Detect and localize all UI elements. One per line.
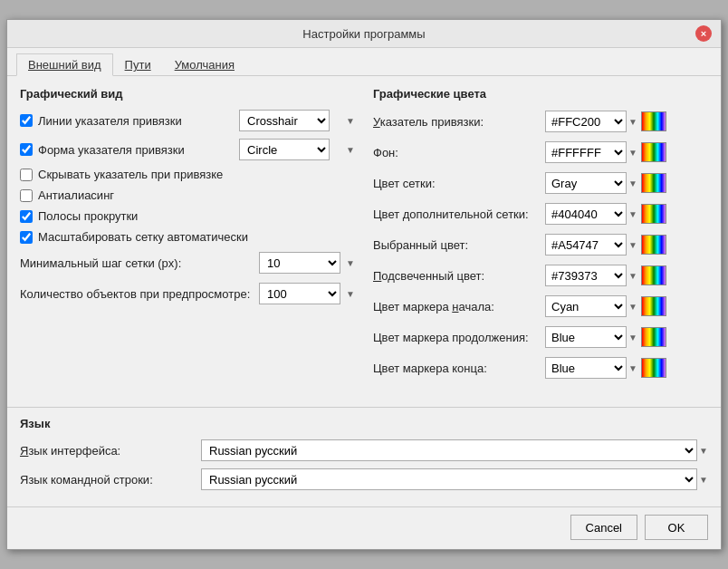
snap-shape-label: Форма указателя привязки bbox=[38, 143, 234, 157]
title-bar: Настройки программы × bbox=[7, 20, 721, 48]
start-marker-color-select[interactable]: Cyan Blue Red bbox=[545, 295, 627, 317]
start-marker-color-row: Цвет маркера начала: Cyan Blue Red ▼ bbox=[373, 294, 708, 318]
ok-button[interactable]: OK bbox=[645, 515, 708, 540]
snap-lines-select[interactable]: Crosshair Cross None bbox=[239, 110, 330, 131]
tab-paths[interactable]: Пути bbox=[113, 53, 163, 76]
antialiasing-row: Антиалиасинг bbox=[20, 188, 355, 202]
footer: Cancel OK bbox=[7, 506, 721, 549]
highlight-color-label: Подсвеченный цвет: bbox=[373, 269, 545, 283]
antialiasing-label: Антиалиасинг bbox=[38, 188, 114, 202]
snap-color-swatch[interactable] bbox=[641, 111, 666, 131]
bg-color-select[interactable]: #FFFFFF bbox=[545, 141, 627, 163]
grid2-color-swatch[interactable] bbox=[641, 204, 666, 224]
scrollbars-label: Полосы прокрутки bbox=[38, 209, 138, 223]
snap-lines-checkbox[interactable] bbox=[20, 114, 33, 127]
cont-marker-dropdown-icon: ▼ bbox=[628, 333, 637, 342]
ui-lang-row: Язык интерфейса: Russian русский English… bbox=[20, 439, 708, 461]
snap-shape-select[interactable]: Circle Square Diamond bbox=[239, 139, 330, 160]
start-marker-color-swatch[interactable] bbox=[641, 296, 666, 316]
highlight-color-row: Подсвеченный цвет: #739373 ▼ bbox=[373, 264, 708, 287]
cli-lang-row: Язык командной строки: Russian русский E… bbox=[20, 468, 708, 490]
cont-marker-color-select[interactable]: Blue Cyan Red bbox=[545, 326, 627, 348]
snap-color-row: Указатель привязки: #FFC200 ▼ bbox=[373, 110, 708, 133]
snap-color-select[interactable]: #FFC200 bbox=[545, 111, 627, 132]
bg-color-swatch[interactable] bbox=[641, 142, 666, 162]
cont-marker-color-label: Цвет маркера продолжения: bbox=[373, 331, 545, 344]
snap-lines-dropdown-icon: ▼ bbox=[346, 116, 355, 126]
language-title: Язык bbox=[20, 417, 708, 430]
end-marker-dropdown-icon: ▼ bbox=[628, 363, 637, 373]
ui-lang-dropdown-icon: ▼ bbox=[699, 446, 708, 456]
snap-shape-row: Форма указателя привязки Circle Square D… bbox=[20, 139, 355, 160]
grid-color-row: Цвет сетки: Gray Black White ▼ bbox=[373, 171, 708, 195]
selected-color-row: Выбранный цвет: #A54747 ▼ bbox=[373, 233, 708, 256]
tabs-bar: Внешний вид Пути Умолчания bbox=[7, 48, 721, 76]
hide-snap-label: Скрывать указатель при привязке bbox=[38, 168, 223, 181]
dialog-title: Настройки программы bbox=[33, 27, 695, 41]
graphic-colors-title: Графические цвета bbox=[373, 87, 708, 101]
min-grid-step-dropdown-icon: ▼ bbox=[346, 258, 355, 268]
snap-lines-label: Линии указателя привязки bbox=[38, 114, 234, 128]
scrollbars-checkbox[interactable] bbox=[20, 210, 33, 223]
preview-count-dropdown-icon: ▼ bbox=[346, 289, 355, 299]
snap-shape-checkbox[interactable] bbox=[20, 143, 33, 156]
snap-lines-row: Линии указателя привязки Crosshair Cross… bbox=[20, 110, 355, 131]
selected-color-dropdown-icon: ▼ bbox=[628, 240, 637, 250]
tab-defaults[interactable]: Умолчания bbox=[163, 53, 246, 76]
graphic-view-title: Графический вид bbox=[20, 87, 355, 101]
autoscale-row: Масштабировать сетку автоматически bbox=[20, 230, 355, 244]
scrollbars-row: Полосы прокрутки bbox=[20, 209, 355, 223]
snap-shape-dropdown-icon: ▼ bbox=[346, 145, 355, 155]
snap-color-label: Указатель привязки: bbox=[373, 115, 545, 129]
cli-lang-label: Язык командной строки: bbox=[20, 473, 201, 487]
autoscale-checkbox[interactable] bbox=[20, 231, 33, 244]
preview-count-row: Количество объектов при предпросмотре: 1… bbox=[20, 282, 355, 305]
language-section: Язык Язык интерфейса: Russian русский En… bbox=[7, 417, 721, 506]
snap-color-dropdown-icon: ▼ bbox=[628, 117, 637, 127]
settings-dialog: Настройки программы × Внешний вид Пути У… bbox=[6, 19, 722, 550]
end-marker-color-swatch[interactable] bbox=[641, 358, 666, 378]
grid2-color-row: Цвет дополнительной сетки: #404040 ▼ bbox=[373, 202, 708, 226]
ui-lang-select[interactable]: Russian русский English bbox=[201, 439, 697, 461]
hide-snap-checkbox[interactable] bbox=[20, 169, 33, 181]
grid2-color-label: Цвет дополнительной сетки: bbox=[373, 207, 545, 221]
min-grid-step-label: Минимальный шаг сетки (px): bbox=[20, 256, 259, 270]
grid2-color-select[interactable]: #404040 bbox=[545, 203, 627, 225]
cli-lang-dropdown-icon: ▼ bbox=[699, 475, 708, 485]
antialiasing-checkbox[interactable] bbox=[20, 189, 33, 202]
preview-count-select[interactable]: 100 50 200 bbox=[259, 283, 340, 304]
grid-color-label: Цвет сетки: bbox=[373, 177, 545, 190]
left-panel: Графический вид Линии указателя привязки… bbox=[20, 87, 355, 387]
highlight-color-select[interactable]: #739373 bbox=[545, 265, 627, 286]
min-grid-step-select[interactable]: 10 5 20 50 bbox=[259, 252, 340, 274]
grid-color-select[interactable]: Gray Black White bbox=[545, 172, 627, 194]
preview-count-label: Количество объектов при предпросмотре: bbox=[20, 287, 259, 301]
selected-color-select[interactable]: #A54747 bbox=[545, 234, 627, 256]
end-marker-color-row: Цвет маркера конца: Blue Cyan Red ▼ bbox=[373, 356, 708, 380]
start-marker-dropdown-icon: ▼ bbox=[628, 302, 637, 312]
main-content: Графический вид Линии указателя привязки… bbox=[7, 76, 721, 398]
selected-color-label: Выбранный цвет: bbox=[373, 238, 545, 252]
grid-color-dropdown-icon: ▼ bbox=[628, 178, 637, 188]
ui-lang-label: Язык интерфейса: bbox=[20, 444, 201, 458]
grid-color-swatch[interactable] bbox=[641, 173, 666, 193]
highlight-color-dropdown-icon: ▼ bbox=[628, 271, 637, 281]
tab-appearance[interactable]: Внешний вид bbox=[16, 53, 113, 76]
highlight-color-swatch[interactable] bbox=[641, 265, 666, 285]
close-button[interactable]: × bbox=[695, 25, 712, 42]
autoscale-label: Масштабировать сетку автоматически bbox=[38, 230, 248, 244]
cancel-button[interactable]: Cancel bbox=[570, 515, 637, 540]
bg-color-dropdown-icon: ▼ bbox=[628, 148, 637, 158]
bg-color-row: Фон: #FFFFFF ▼ bbox=[373, 140, 708, 164]
min-grid-step-row: Минимальный шаг сетки (px): 10 5 20 50 ▼ bbox=[20, 251, 355, 275]
right-panel: Графические цвета Указатель привязки: #F… bbox=[373, 87, 708, 387]
cont-marker-color-swatch[interactable] bbox=[641, 327, 666, 347]
end-marker-color-label: Цвет маркера конца: bbox=[373, 362, 545, 375]
end-marker-color-select[interactable]: Blue Cyan Red bbox=[545, 357, 627, 379]
selected-color-swatch[interactable] bbox=[641, 235, 666, 255]
start-marker-color-label: Цвет маркера начала: bbox=[373, 300, 545, 313]
hide-snap-row: Скрывать указатель при привязке bbox=[20, 168, 355, 181]
cli-lang-select[interactable]: Russian русский English bbox=[201, 468, 697, 490]
cont-marker-color-row: Цвет маркера продолжения: Blue Cyan Red … bbox=[373, 325, 708, 349]
section-divider bbox=[7, 407, 721, 408]
